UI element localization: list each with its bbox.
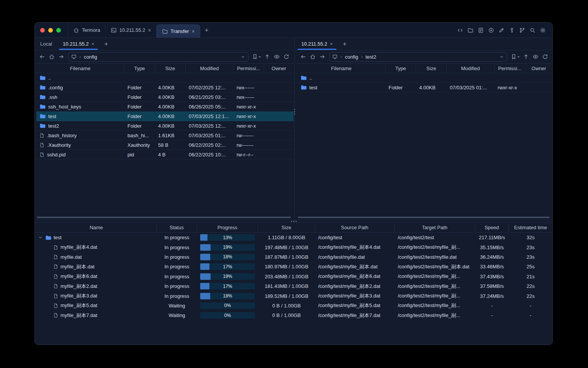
transfer-panel-splitter[interactable] — [35, 220, 552, 223]
transfer-column-target-path[interactable]: Target Path — [395, 223, 475, 232]
transfer-status: In progress — [157, 242, 197, 252]
minimize-window-button[interactable] — [48, 28, 53, 33]
column-header-permissi[interactable]: Permissi... — [495, 64, 525, 73]
titlebar-action-key-button[interactable] — [508, 26, 516, 35]
titlebar-tab-10-211-55-2[interactable]: 10.211.55.2× — [106, 23, 157, 38]
transfer-row-myfile-5-dat[interactable]: myfile_副本5.datWaiting0%0 B / 1.00GB/conf… — [36, 301, 552, 310]
titlebar-action-record-button[interactable] — [487, 26, 495, 35]
column-header-filename[interactable]: Filename — [297, 64, 385, 73]
column-header-owner[interactable]: Owner — [264, 64, 294, 73]
transfer-target-path: /config/test2/test — [395, 233, 475, 242]
column-header-type[interactable]: Type — [385, 64, 416, 73]
transfer-column-source-path[interactable]: Source Path — [315, 223, 395, 232]
close-tab-icon[interactable]: × — [148, 28, 151, 33]
transfer-row-myfile-dat[interactable]: myfile.datIn progress18%187.87MB / 1.00G… — [36, 252, 552, 262]
forward-button[interactable] — [318, 52, 327, 61]
refresh-button[interactable] — [282, 52, 291, 61]
home-button[interactable] — [47, 52, 56, 61]
titlebar-action-branch-button[interactable] — [518, 26, 526, 35]
refresh-button[interactable] — [541, 52, 550, 61]
breadcrumb-segment[interactable]: config — [84, 54, 97, 60]
titlebar-action-code-button[interactable] — [456, 26, 464, 35]
show-hidden-files-button[interactable] — [531, 52, 540, 61]
titlebar-action-settings-button[interactable] — [539, 26, 547, 35]
breadcrumb-segment[interactable]: config — [345, 54, 358, 60]
transfer-row-myfile-dat[interactable]: myfile_副本.datIn progress17%180.97MB / 1.… — [36, 262, 552, 271]
close-tab-icon[interactable]: × — [330, 41, 333, 46]
new-file-tab-button[interactable]: + — [340, 39, 350, 49]
file-perm — [234, 73, 264, 82]
new-terminal-tab-button[interactable]: + — [202, 26, 212, 35]
file-tab-10-211-55-2[interactable]: 10.211.55.2× — [57, 38, 100, 50]
file-owner — [525, 83, 552, 92]
transfer-column-progress[interactable]: Progress — [197, 223, 258, 232]
new-file-tab-button[interactable]: + — [101, 39, 111, 49]
show-hidden-files-button[interactable] — [272, 52, 281, 61]
parent-directory-button[interactable] — [521, 52, 531, 61]
path-bar[interactable]: config — [68, 52, 248, 62]
expand-chevron-icon[interactable] — [38, 235, 43, 240]
file-row-bash-history[interactable]: .bash_historybash_hi...1.61KB07/03/2025 … — [36, 131, 294, 140]
horizontal-scrollbar[interactable] — [298, 217, 550, 218]
titlebar-action-edit-button[interactable] — [497, 26, 506, 35]
file-icon — [53, 283, 58, 289]
fullscreen-window-button[interactable] — [56, 28, 61, 33]
file-row-test2[interactable]: test2Folder4.00KB07/03/2025 12:...rwxr-x… — [36, 121, 294, 131]
path-bar[interactable]: configtest2 — [329, 52, 507, 62]
transfer-column-status[interactable]: Status — [157, 223, 197, 232]
file-tab-10-211-55-2[interactable]: 10.211.55.2× — [296, 38, 338, 50]
titlebar-tab-transfer[interactable]: Transfer× — [157, 25, 200, 38]
file-row-0[interactable]: .. — [36, 73, 294, 83]
close-window-button[interactable] — [40, 28, 45, 33]
forward-button[interactable] — [57, 52, 66, 61]
column-header-owner[interactable]: Owner — [525, 64, 552, 73]
transfer-column-speed[interactable]: Speed — [475, 223, 509, 232]
transfer-row-myfile-7-dat[interactable]: myfile_副本7.datWaiting0%0 B / 1.00GB/conf… — [36, 310, 552, 320]
file-row-ssh-host-keys[interactable]: ssh_host_keysFolder4.00KB06/26/2025 05:.… — [36, 102, 294, 112]
file-row-ssh[interactable]: .sshFolder4.00KB06/21/2025 03:...rwx----… — [36, 92, 294, 102]
transfer-row-myfile-6-dat[interactable]: myfile_副本6.datIn progress19%203.48MB / 1… — [36, 272, 552, 281]
column-header-size[interactable]: Size — [155, 64, 186, 73]
titlebar-tab-termora[interactable]: Termora — [68, 23, 106, 38]
file-row-test[interactable]: testFolder4.00KB07/03/2025 01:...rwxr-xr… — [297, 83, 552, 92]
column-header-modified[interactable]: Modified — [447, 64, 495, 73]
bookmark-button[interactable] — [251, 52, 262, 61]
transfer-row-test[interactable]: testIn progress13%1.11GB / 8.00GB/config… — [36, 233, 552, 242]
file-row-sshd-pid[interactable]: sshd.pidpid4 B06/22/2025 10:...rw-r--r-- — [36, 150, 294, 159]
parent-directory-button[interactable] — [263, 52, 272, 61]
transfer-column-size[interactable]: Size — [258, 223, 315, 232]
back-button[interactable] — [299, 52, 308, 61]
file-row-xauthority[interactable]: .XauthorityXauthority58 B06/22/2025 02:.… — [36, 140, 294, 150]
transfer-row-myfile-4-dat[interactable]: myfile_副本4.datIn progress19%197.48MB / 1… — [36, 242, 552, 252]
column-header-filename[interactable]: Filename — [36, 64, 124, 73]
close-tab-icon[interactable]: × — [91, 41, 95, 46]
titlebar-action-journal-button[interactable] — [477, 26, 485, 35]
column-header-size[interactable]: Size — [416, 64, 447, 73]
titlebar-action-folder-outline-button[interactable] — [466, 26, 475, 35]
transfer-column-estimated-time[interactable]: Estimated time — [509, 223, 552, 232]
transfer-target-path: /config/test2/test/myfile_副... — [395, 291, 475, 301]
path-dropdown-chevron-icon[interactable] — [499, 54, 504, 59]
transfer-target-path: /config/test2/test/myfile_副... — [395, 281, 475, 291]
horizontal-scrollbar[interactable] — [37, 217, 291, 218]
transfer-row-myfile-3-dat[interactable]: myfile_副本3.datIn progress18%189.52MB / 1… — [36, 291, 552, 301]
titlebar-action-search-button[interactable] — [528, 26, 537, 35]
column-header-type[interactable]: Type — [124, 64, 155, 73]
column-header-modified[interactable]: Modified — [186, 64, 234, 73]
transfer-speed: - — [475, 310, 509, 320]
path-dropdown-chevron-icon[interactable] — [240, 54, 245, 59]
home-button[interactable] — [308, 52, 317, 61]
file-icon — [39, 142, 44, 148]
file-row-config[interactable]: .configFolder4.00KB07/02/2025 12:...rwx-… — [36, 83, 294, 92]
file-type — [385, 73, 416, 82]
file-row-0[interactable]: .. — [297, 73, 552, 83]
file-tab-local[interactable]: Local — [35, 38, 57, 50]
bookmark-button[interactable] — [510, 52, 521, 61]
back-button[interactable] — [38, 52, 47, 61]
transfer-row-myfile-2-dat[interactable]: myfile_副本2.datIn progress17%181.43MB / 1… — [36, 281, 552, 291]
breadcrumb-segment[interactable]: test2 — [366, 54, 376, 60]
file-row-test[interactable]: testFolder4.00KB07/03/2025 12:1...rwxr-x… — [36, 112, 294, 121]
close-tab-icon[interactable]: × — [192, 29, 195, 34]
transfer-column-name[interactable]: Name — [36, 223, 157, 232]
column-header-permissi[interactable]: Permissi... — [234, 64, 264, 73]
